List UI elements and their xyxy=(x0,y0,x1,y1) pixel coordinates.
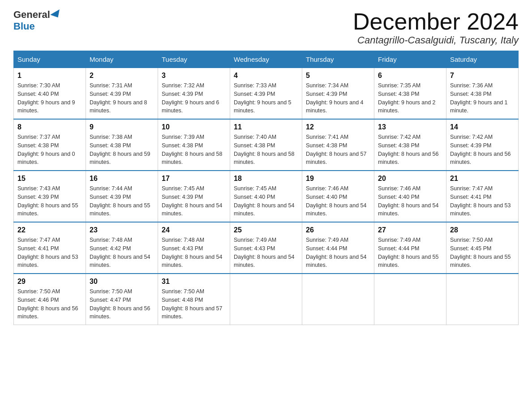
calendar-cell xyxy=(302,274,374,325)
day-number: 31 xyxy=(162,278,226,286)
day-number: 14 xyxy=(450,123,515,131)
calendar-cell: 24Sunrise: 7:48 AMSunset: 4:43 PMDayligh… xyxy=(158,222,230,274)
day-info: Sunrise: 7:44 AMSunset: 4:39 PMDaylight:… xyxy=(90,184,154,218)
calendar-cell: 8Sunrise: 7:37 AMSunset: 4:38 PMDaylight… xyxy=(14,119,86,171)
location-subtitle: Cantagrillo-Casalguidi, Tuscany, Italy xyxy=(353,34,519,46)
calendar-header-row: SundayMondayTuesdayWednesdayThursdayFrid… xyxy=(14,51,519,68)
day-info: Sunrise: 7:42 AMSunset: 4:38 PMDaylight:… xyxy=(378,133,442,167)
calendar-cell: 18Sunrise: 7:45 AMSunset: 4:40 PMDayligh… xyxy=(230,171,302,222)
calendar-cell: 15Sunrise: 7:43 AMSunset: 4:39 PMDayligh… xyxy=(14,171,86,222)
calendar-cell: 13Sunrise: 7:42 AMSunset: 4:38 PMDayligh… xyxy=(374,119,446,171)
calendar-week-row: 29Sunrise: 7:50 AMSunset: 4:46 PMDayligh… xyxy=(14,274,519,325)
title-section: December 2024 Cantagrillo-Casalguidi, Tu… xyxy=(353,9,519,46)
day-number: 7 xyxy=(450,72,515,80)
day-info: Sunrise: 7:31 AMSunset: 4:39 PMDaylight:… xyxy=(90,81,154,115)
day-number: 4 xyxy=(234,72,298,80)
day-info: Sunrise: 7:34 AMSunset: 4:39 PMDaylight:… xyxy=(306,81,370,115)
calendar-cell: 26Sunrise: 7:49 AMSunset: 4:44 PMDayligh… xyxy=(302,222,374,274)
day-number: 30 xyxy=(90,278,154,286)
day-info: Sunrise: 7:50 AMSunset: 4:46 PMDaylight:… xyxy=(17,287,82,321)
day-number: 21 xyxy=(450,175,515,183)
logo-arrow-icon xyxy=(50,9,63,20)
day-number: 1 xyxy=(17,72,82,80)
calendar-cell: 29Sunrise: 7:50 AMSunset: 4:46 PMDayligh… xyxy=(14,274,86,325)
col-header-thursday: Thursday xyxy=(302,51,374,68)
day-number: 28 xyxy=(450,226,515,234)
calendar-week-row: 22Sunrise: 7:47 AMSunset: 4:41 PMDayligh… xyxy=(14,222,519,274)
calendar-week-row: 15Sunrise: 7:43 AMSunset: 4:39 PMDayligh… xyxy=(14,171,519,222)
calendar-cell: 31Sunrise: 7:50 AMSunset: 4:48 PMDayligh… xyxy=(158,274,230,325)
calendar-cell: 27Sunrise: 7:49 AMSunset: 4:44 PMDayligh… xyxy=(374,222,446,274)
calendar-cell: 1Sunrise: 7:30 AMSunset: 4:40 PMDaylight… xyxy=(14,68,86,120)
day-number: 10 xyxy=(162,123,226,131)
day-info: Sunrise: 7:45 AMSunset: 4:39 PMDaylight:… xyxy=(162,184,226,218)
logo: General Blue xyxy=(13,9,63,32)
col-header-sunday: Sunday xyxy=(14,51,86,68)
calendar-table: SundayMondayTuesdayWednesdayThursdayFrid… xyxy=(13,51,519,325)
calendar-cell: 23Sunrise: 7:48 AMSunset: 4:42 PMDayligh… xyxy=(86,222,158,274)
day-info: Sunrise: 7:47 AMSunset: 4:41 PMDaylight:… xyxy=(17,236,82,270)
day-number: 20 xyxy=(378,175,442,183)
calendar-cell: 28Sunrise: 7:50 AMSunset: 4:45 PMDayligh… xyxy=(446,222,519,274)
logo-general-text: General xyxy=(13,9,50,21)
calendar-cell: 4Sunrise: 7:33 AMSunset: 4:39 PMDaylight… xyxy=(230,68,302,120)
day-info: Sunrise: 7:42 AMSunset: 4:39 PMDaylight:… xyxy=(450,133,515,167)
day-number: 16 xyxy=(90,175,154,183)
calendar-cell: 22Sunrise: 7:47 AMSunset: 4:41 PMDayligh… xyxy=(14,222,86,274)
day-info: Sunrise: 7:46 AMSunset: 4:40 PMDaylight:… xyxy=(378,184,442,218)
day-info: Sunrise: 7:49 AMSunset: 4:44 PMDaylight:… xyxy=(306,236,370,270)
day-info: Sunrise: 7:37 AMSunset: 4:38 PMDaylight:… xyxy=(17,133,82,167)
calendar-cell: 20Sunrise: 7:46 AMSunset: 4:40 PMDayligh… xyxy=(374,171,446,222)
calendar-week-row: 8Sunrise: 7:37 AMSunset: 4:38 PMDaylight… xyxy=(14,119,519,171)
day-info: Sunrise: 7:32 AMSunset: 4:39 PMDaylight:… xyxy=(162,81,226,115)
col-header-monday: Monday xyxy=(86,51,158,68)
day-number: 2 xyxy=(90,72,154,80)
day-info: Sunrise: 7:47 AMSunset: 4:41 PMDaylight:… xyxy=(450,184,515,218)
day-number: 5 xyxy=(306,72,370,80)
day-number: 27 xyxy=(378,226,442,234)
day-info: Sunrise: 7:38 AMSunset: 4:38 PMDaylight:… xyxy=(90,133,154,167)
calendar-cell: 10Sunrise: 7:39 AMSunset: 4:38 PMDayligh… xyxy=(158,119,230,171)
calendar-cell: 6Sunrise: 7:35 AMSunset: 4:38 PMDaylight… xyxy=(374,68,446,120)
col-header-saturday: Saturday xyxy=(446,51,519,68)
day-number: 13 xyxy=(378,123,442,131)
day-number: 18 xyxy=(234,175,298,183)
page-header: General Blue December 2024 Cantagrillo-C… xyxy=(13,9,519,46)
calendar-cell: 9Sunrise: 7:38 AMSunset: 4:38 PMDaylight… xyxy=(86,119,158,171)
day-number: 24 xyxy=(162,226,226,234)
calendar-cell: 12Sunrise: 7:41 AMSunset: 4:38 PMDayligh… xyxy=(302,119,374,171)
day-number: 9 xyxy=(90,123,154,131)
day-info: Sunrise: 7:46 AMSunset: 4:40 PMDaylight:… xyxy=(306,184,370,218)
day-number: 29 xyxy=(17,278,82,286)
day-number: 15 xyxy=(17,175,82,183)
day-info: Sunrise: 7:40 AMSunset: 4:38 PMDaylight:… xyxy=(234,133,298,167)
day-info: Sunrise: 7:50 AMSunset: 4:45 PMDaylight:… xyxy=(450,236,515,270)
calendar-cell: 14Sunrise: 7:42 AMSunset: 4:39 PMDayligh… xyxy=(446,119,519,171)
calendar-cell: 5Sunrise: 7:34 AMSunset: 4:39 PMDaylight… xyxy=(302,68,374,120)
day-info: Sunrise: 7:48 AMSunset: 4:43 PMDaylight:… xyxy=(162,236,226,270)
day-info: Sunrise: 7:39 AMSunset: 4:38 PMDaylight:… xyxy=(162,133,226,167)
calendar-cell: 16Sunrise: 7:44 AMSunset: 4:39 PMDayligh… xyxy=(86,171,158,222)
calendar-cell: 3Sunrise: 7:32 AMSunset: 4:39 PMDaylight… xyxy=(158,68,230,120)
calendar-cell: 17Sunrise: 7:45 AMSunset: 4:39 PMDayligh… xyxy=(158,171,230,222)
day-number: 17 xyxy=(162,175,226,183)
calendar-cell: 2Sunrise: 7:31 AMSunset: 4:39 PMDaylight… xyxy=(86,68,158,120)
calendar-cell: 21Sunrise: 7:47 AMSunset: 4:41 PMDayligh… xyxy=(446,171,519,222)
calendar-cell xyxy=(374,274,446,325)
day-info: Sunrise: 7:49 AMSunset: 4:44 PMDaylight:… xyxy=(378,236,442,270)
day-info: Sunrise: 7:50 AMSunset: 4:48 PMDaylight:… xyxy=(162,287,226,321)
day-number: 6 xyxy=(378,72,442,80)
day-info: Sunrise: 7:41 AMSunset: 4:38 PMDaylight:… xyxy=(306,133,370,167)
day-number: 19 xyxy=(306,175,370,183)
calendar-cell xyxy=(446,274,519,325)
calendar-cell: 11Sunrise: 7:40 AMSunset: 4:38 PMDayligh… xyxy=(230,119,302,171)
day-info: Sunrise: 7:33 AMSunset: 4:39 PMDaylight:… xyxy=(234,81,298,115)
day-info: Sunrise: 7:35 AMSunset: 4:38 PMDaylight:… xyxy=(378,81,442,115)
day-info: Sunrise: 7:49 AMSunset: 4:43 PMDaylight:… xyxy=(234,236,298,270)
col-header-tuesday: Tuesday xyxy=(158,51,230,68)
logo-blue-text: Blue xyxy=(13,21,35,32)
day-number: 26 xyxy=(306,226,370,234)
day-number: 23 xyxy=(90,226,154,234)
calendar-cell xyxy=(230,274,302,325)
day-number: 12 xyxy=(306,123,370,131)
